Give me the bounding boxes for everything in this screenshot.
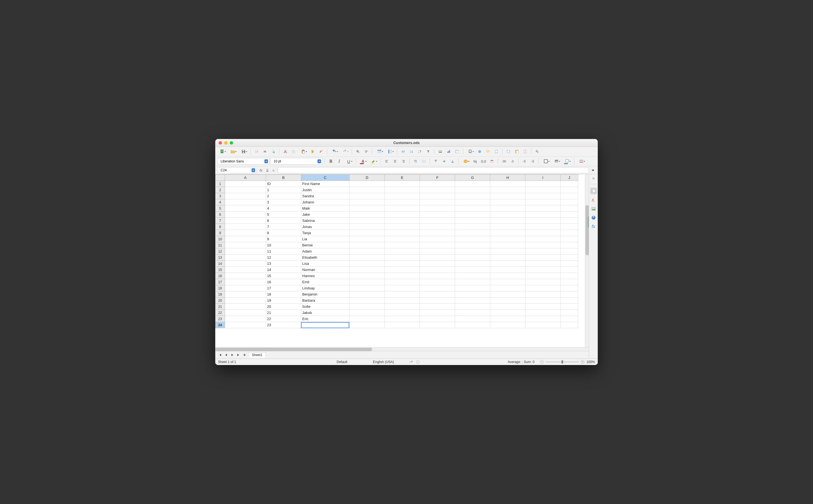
cell[interactable] [455, 255, 490, 261]
border-color-button[interactable] [562, 158, 572, 165]
cell[interactable] [225, 279, 266, 285]
cell[interactable] [490, 248, 525, 255]
percent-format-button[interactable]: % [472, 158, 479, 165]
column-header-G[interactable]: G [455, 175, 490, 181]
highlight-color-button[interactable] [369, 158, 378, 165]
cell[interactable] [301, 322, 349, 328]
cell[interactable] [490, 273, 525, 279]
row-header[interactable]: 21 [215, 304, 225, 310]
copy-button[interactable] [290, 148, 297, 155]
border-style-button[interactable] [552, 158, 561, 165]
cell[interactable]: 22 [266, 316, 301, 322]
new-document-button[interactable] [217, 148, 227, 155]
cell[interactable]: 23 [266, 322, 301, 328]
cell[interactable] [225, 236, 266, 242]
cell[interactable] [560, 297, 578, 304]
bold-button[interactable]: B [327, 158, 334, 165]
cell[interactable] [420, 212, 455, 218]
font-color-button[interactable]: A [358, 158, 368, 165]
column-operations-button[interactable] [385, 148, 395, 155]
cell[interactable] [525, 267, 560, 273]
cell[interactable] [455, 218, 490, 224]
cell[interactable] [525, 230, 560, 236]
cell[interactable] [525, 261, 560, 267]
formula-equals-button[interactable]: = [270, 168, 276, 172]
cell[interactable] [225, 248, 266, 255]
cell[interactable] [560, 242, 578, 248]
wrap-text-button[interactable] [412, 158, 419, 165]
cell[interactable]: 4 [266, 205, 301, 212]
cell[interactable]: 17 [266, 285, 301, 291]
number-format-button[interactable]: 0.0 [480, 158, 487, 165]
cell[interactable] [455, 273, 490, 279]
cell[interactable] [560, 193, 578, 199]
cell[interactable]: 15 [266, 273, 301, 279]
column-header-I[interactable]: I [525, 175, 560, 181]
column-header-H[interactable]: H [490, 175, 525, 181]
cell[interactable] [384, 236, 420, 242]
cell[interactable] [455, 199, 490, 205]
cell[interactable]: 18 [266, 291, 301, 297]
sheet-tab-sheet1[interactable]: Sheet1 [248, 352, 266, 357]
cell[interactable] [420, 205, 455, 212]
cell[interactable] [490, 261, 525, 267]
cell[interactable] [455, 316, 490, 322]
cell[interactable] [349, 181, 384, 187]
cell[interactable] [490, 205, 525, 212]
cell[interactable] [560, 310, 578, 316]
cell[interactable] [420, 261, 455, 267]
print-preview-button[interactable] [270, 148, 277, 155]
cell[interactable] [560, 199, 578, 205]
cell[interactable] [490, 304, 525, 310]
styles-panel-button[interactable]: A [590, 196, 597, 203]
cell[interactable]: ID [266, 181, 301, 187]
font-size-combo[interactable] [270, 158, 322, 165]
cell[interactable] [490, 224, 525, 230]
horizontal-scrollbar[interactable] [215, 347, 589, 351]
merge-cells-button[interactable] [420, 158, 428, 165]
cell[interactable] [455, 248, 490, 255]
align-top-button[interactable] [432, 158, 440, 165]
cell[interactable] [560, 212, 578, 218]
cell[interactable] [455, 224, 490, 230]
cell[interactable] [349, 291, 384, 297]
conditional-format-button[interactable] [577, 158, 586, 165]
cell[interactable] [560, 236, 578, 242]
row-header[interactable]: 15 [215, 267, 225, 273]
cell[interactable] [349, 297, 384, 304]
cell[interactable] [225, 187, 266, 193]
cell[interactable] [525, 218, 560, 224]
cell-reference-box[interactable] [217, 167, 256, 173]
cell[interactable]: Lia [301, 236, 349, 242]
cell[interactable] [420, 255, 455, 261]
vertical-scrollbar-thumb[interactable] [586, 205, 589, 255]
cell[interactable] [560, 230, 578, 236]
cell[interactable]: Justin [301, 187, 349, 193]
print-button[interactable] [261, 148, 268, 155]
cell[interactable] [525, 193, 560, 199]
cell[interactable] [384, 279, 420, 285]
zoom-slider[interactable] [546, 361, 579, 363]
cell[interactable] [349, 316, 384, 322]
cell[interactable]: Johann [301, 199, 349, 205]
column-header-J[interactable]: J [560, 175, 578, 181]
row-header[interactable]: 6 [215, 212, 225, 218]
cell[interactable] [384, 199, 420, 205]
last-sheet-button[interactable] [236, 352, 241, 357]
cell[interactable]: Sofie [301, 304, 349, 310]
zoom-in-button[interactable]: + [581, 360, 585, 364]
cell[interactable] [490, 218, 525, 224]
cell[interactable]: Maik [301, 205, 349, 212]
cell[interactable] [349, 261, 384, 267]
cell[interactable] [455, 181, 490, 187]
selection-mode-icon[interactable] [409, 360, 413, 364]
cell[interactable] [525, 187, 560, 193]
function-wizard-button[interactable]: fx [258, 168, 264, 172]
cell[interactable] [420, 236, 455, 242]
cell[interactable] [560, 285, 578, 291]
cell[interactable]: Elisabeth [301, 255, 349, 261]
row-header[interactable]: 24 [215, 322, 225, 328]
row-header[interactable]: 14 [215, 261, 225, 267]
column-header-C[interactable]: C [301, 175, 349, 181]
cell[interactable]: Bernie [301, 242, 349, 248]
